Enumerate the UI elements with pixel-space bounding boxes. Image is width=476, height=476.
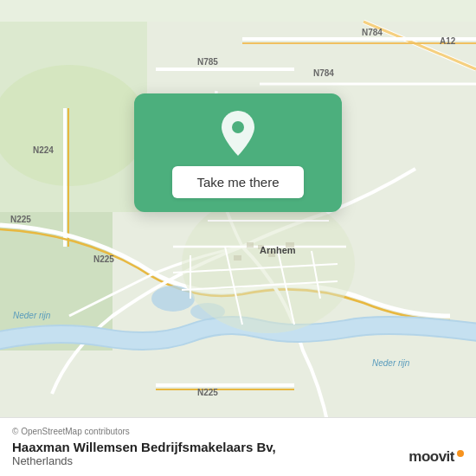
take-me-there-button[interactable]: Take me there [172,166,303,198]
map-container: N784 A12 N785 N784 N224 N225 N225 N225 N… [0,0,476,476]
location-pin-icon [217,109,259,158]
moovit-brand-text: moovit [408,448,454,466]
svg-text:N225: N225 [93,254,114,264]
moovit-dot [457,450,464,457]
bottom-info-bar: © OpenStreetMap contributors Haaxman Wil… [0,417,476,476]
map-background: N784 A12 N785 N784 N224 N225 N225 N225 N… [0,0,476,476]
svg-text:N224: N224 [33,145,54,155]
svg-text:N225: N225 [10,215,31,224]
svg-text:N784: N784 [362,28,383,37]
moovit-logo: moovit [408,448,464,466]
tooltip-card: Take me there [134,93,342,212]
copyright-text: © OpenStreetMap contributors [12,427,464,436]
svg-text:Neder rijn: Neder rijn [372,358,410,368]
svg-text:N225: N225 [197,388,218,397]
svg-text:A12: A12 [440,36,456,46]
svg-text:Neder rijn: Neder rijn [13,311,51,320]
location-country: Netherlands [12,454,276,467]
svg-text:N785: N785 [197,57,218,67]
svg-point-41 [232,121,244,133]
svg-rect-27 [234,255,241,261]
location-name: Haaxman Willemsen Bedrijfsmakelaars Bv, [12,440,276,454]
svg-text:Arnhem: Arnhem [260,245,296,255]
svg-rect-25 [247,242,254,248]
svg-text:N784: N784 [313,68,334,78]
